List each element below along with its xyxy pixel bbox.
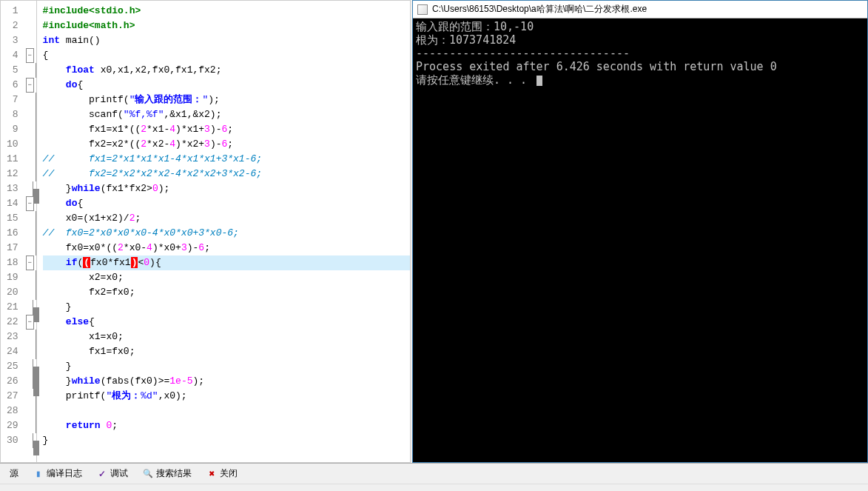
code-line[interactable]: else{ [43,315,410,330]
console-app-icon [417,4,428,15]
tab-search-results[interactable]: 搜索结果 [136,464,198,483]
fold-toggle[interactable]: − [26,196,34,211]
tab-debug[interactable]: 调试 [90,464,135,483]
status-bar [0,484,868,491]
close-icon [206,469,217,479]
chart-icon [33,469,44,479]
code-line[interactable]: // fx0=2*x0*x0*x0-4*x0*x0+3*x0-6; [43,226,410,241]
code-area[interactable]: #include<stdio.h>#include<math.h>int mai… [37,1,410,462]
code-line[interactable] [43,404,410,418]
code-line[interactable]: #include<stdio.h> [43,4,410,19]
tab-compile-log[interactable]: 编译日志 [27,464,89,483]
console-output[interactable]: 输入跟的范围：10,-10根为：1073741824--------------… [413,19,867,462]
code-line[interactable]: if((fx0*fx1)<0){ [43,255,410,270]
console-titlebar[interactable]: C:\Users\86153\Desktop\a哈算法\啊哈\二分发求根.exe [413,1,867,19]
editor-gutter: 1234567891011121314151617181920212223242… [1,1,37,462]
code-line[interactable]: float x0,x1,x2,fx0,fx1,fx2; [43,63,410,78]
code-line[interactable]: x2=x0; [43,270,410,285]
console-line: 输入跟的范围：10,-10 [416,20,864,33]
console-cursor [536,76,542,86]
code-line[interactable]: printf("根为：%d",x0); [43,389,410,404]
code-line[interactable]: fx2=fx0; [43,285,410,300]
fold-column: −−−−− [23,1,36,462]
console-line: Process exited after 6.426 seconds with … [416,60,864,73]
code-line[interactable]: } [43,300,410,315]
console-line: 根为：1073741824 [416,33,864,47]
code-line[interactable]: }while(fabs(fx0)>=1e-5); [43,374,410,389]
check-icon [97,469,107,479]
code-line[interactable]: do{ [43,78,410,93]
bottom-tabs: 源 编译日志 调试 搜索结果 关闭 [0,463,868,484]
code-line[interactable]: scanf("%f,%f",&x1,&x2); [43,107,410,122]
code-line[interactable]: x1=x0; [43,330,410,344]
console-line: 请按任意键继续. . . [416,73,864,87]
code-line[interactable]: { [43,48,410,63]
code-line[interactable]: fx1=fx0; [43,344,410,359]
code-line[interactable]: return 0; [43,418,410,433]
fold-toggle[interactable]: − [26,255,34,270]
console-panel: C:\Users\86153\Desktop\a哈算法\啊哈\二分发求根.exe… [412,0,868,463]
code-line[interactable]: // fx1=2*x1*x1*x1-4*x1*x1+3*x1-6; [43,152,410,167]
code-line[interactable]: do{ [43,196,410,211]
fold-toggle[interactable]: − [26,78,34,93]
code-line[interactable]: } [43,433,410,448]
code-line[interactable]: fx0=x0*((2*x0-4)*x0+3)-6; [43,241,410,255]
search-icon [143,469,153,479]
tab-close[interactable]: 关闭 [200,464,244,483]
code-line[interactable]: x0=(x1+x2)/2; [43,211,410,226]
console-line: -------------------------------- [416,47,864,60]
code-line[interactable]: int main() [43,33,410,48]
code-line[interactable]: }while(fx1*fx2>0); [43,181,410,196]
code-editor-panel: 1234567891011121314151617181920212223242… [0,0,411,463]
tab-resource[interactable]: 源 [3,464,25,483]
code-line[interactable]: } [43,359,410,374]
line-numbers: 1234567891011121314151617181920212223242… [1,1,23,462]
code-line[interactable]: #include<math.h> [43,19,410,33]
code-line[interactable]: // fx2=2*x2*x2*x2-4*x2*x2+3*x2-6; [43,167,410,181]
fold-toggle[interactable]: − [26,315,34,330]
code-line[interactable]: fx2=x2*((2*x2-4)*x2+3)-6; [43,137,410,152]
code-line[interactable]: printf("输入跟的范围："); [43,93,410,107]
fold-toggle[interactable]: − [26,48,34,63]
code-line[interactable]: fx1=x1*((2*x1-4)*x1+3)-6; [43,122,410,137]
console-title-text: C:\Users\86153\Desktop\a哈算法\啊哈\二分发求根.exe [432,3,647,16]
